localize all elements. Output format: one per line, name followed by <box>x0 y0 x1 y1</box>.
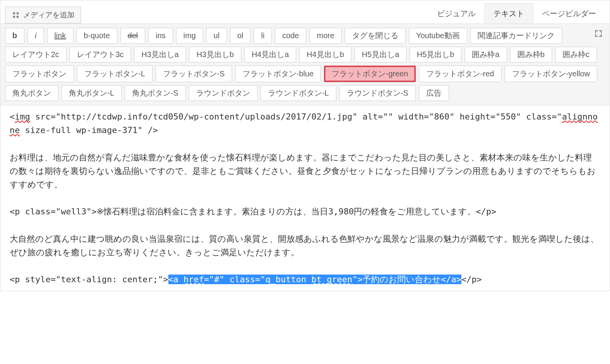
text: < <box>10 112 15 121</box>
qt-code[interactable]: code <box>275 28 306 44</box>
qt-flat-l[interactable]: フラットボタン-L <box>77 66 152 82</box>
quicktags-toolbar: b i link b-quote del ins img ul ol li co… <box>0 24 610 105</box>
media-icon <box>12 11 20 19</box>
qt-h3a[interactable]: H3見出しa <box>134 47 186 62</box>
tab-visual[interactable]: ビジュアル <box>428 3 485 24</box>
qt-i[interactable]: i <box>27 28 44 44</box>
qt-img[interactable]: img <box>176 28 203 44</box>
qt-round-s[interactable]: 角丸ボタン-S <box>125 85 186 101</box>
text: src="http://tcdwp.info/tcd050/wp-content… <box>30 112 562 121</box>
qt-box-a[interactable]: 囲み枠a <box>464 47 507 62</box>
qt-ins[interactable]: ins <box>148 28 173 44</box>
qt-more[interactable]: more <box>309 28 342 44</box>
tab-page-builder[interactable]: ページビルダー <box>533 3 605 24</box>
qt-flat-green[interactable]: フラットボタン-green <box>324 66 416 82</box>
qt-related-card[interactable]: 関連記事カードリンク <box>470 28 562 44</box>
qt-flat[interactable]: フラットボタン <box>5 66 74 82</box>
qt-oval-s[interactable]: ラウンドボタン-S <box>339 85 416 101</box>
qt-link[interactable]: link <box>47 28 73 44</box>
add-media-label: メディアを追加 <box>23 10 75 20</box>
text: ">予約のお問い合わせ</a> <box>352 275 461 284</box>
qt-box-b[interactable]: 囲み枠b <box>510 47 552 62</box>
text: <p style="text-align: center;"> <box>10 275 168 284</box>
editor-textarea[interactable]: <img src="http://tcdwp.info/tcd050/wp-co… <box>0 105 610 291</box>
text: <p class="well3">※懐石料理は宿泊料金に含まれます。素泊まりの方… <box>10 207 496 216</box>
qt-ol[interactable]: ol <box>230 28 251 44</box>
qt-oval[interactable]: ラウンドボタン <box>189 85 258 101</box>
qt-close-tags[interactable]: タグを閉じる <box>345 28 406 44</box>
qt-round[interactable]: 角丸ボタン <box>5 85 58 101</box>
qt-bquote[interactable]: b-quote <box>76 28 117 44</box>
qt-b[interactable]: b <box>5 28 24 44</box>
qt-box-c[interactable]: 囲み枠c <box>555 47 597 62</box>
text: 大自然のど真ん中に建つ眺めの良い当温泉宿には、質の高い泉質と、開放感あふれる色鮮… <box>10 234 599 257</box>
text: bt_green <box>312 275 352 284</box>
qt-flat-yellow[interactable]: フラットボタン-yellow <box>505 66 597 82</box>
qt-round-l[interactable]: 角丸ボタン-L <box>61 85 122 101</box>
qt-flat-s[interactable]: フラットボタン-S <box>156 66 232 82</box>
qt-h5b[interactable]: H5見出しb <box>410 47 462 62</box>
text: <a <box>168 275 184 284</box>
qt-h5a[interactable]: H5見出しa <box>354 47 407 62</box>
editor-tabs: ビジュアル テキスト ページビルダー <box>428 3 605 24</box>
qt-h3b[interactable]: H3見出しb <box>189 47 241 62</box>
fullscreen-icon[interactable] <box>594 29 603 38</box>
tab-text[interactable]: テキスト <box>485 3 533 24</box>
qt-flat-blue[interactable]: フラットボタン-blue <box>235 66 321 82</box>
editor-top-bar: メディアを追加 ビジュアル テキスト ページビルダー <box>0 0 610 24</box>
qt-h4b[interactable]: H4見出しb <box>299 47 351 62</box>
qt-layout2c[interactable]: レイアウト2c <box>5 47 66 62</box>
svg-point-0 <box>14 13 15 14</box>
qt-h4a[interactable]: H4見出しa <box>244 47 297 62</box>
qt-li[interactable]: li <box>254 28 272 44</box>
selection: <a href="#" class="q_button bt_green">予約… <box>168 275 461 284</box>
text: size-full wp-image-371" /> <box>20 125 158 135</box>
text: img <box>15 112 30 121</box>
text: お料理は、地元の自然が育んだ滋味豊かな食材を使った懐石料理が楽しめます。器にまで… <box>10 153 596 189</box>
qt-del[interactable]: del <box>120 28 146 44</box>
text: ="#" class="q_button <box>204 275 311 284</box>
editor-container: メディアを追加 ビジュアル テキスト ページビルダー b i link b-qu… <box>0 0 610 291</box>
qt-ad[interactable]: 広告 <box>419 85 449 101</box>
qt-ul[interactable]: ul <box>206 28 227 44</box>
text: href <box>183 275 204 284</box>
add-media-button[interactable]: メディアを追加 <box>5 7 81 24</box>
qt-oval-l[interactable]: ラウンドボタン-L <box>261 85 336 101</box>
text: </p> <box>461 275 482 284</box>
qt-layout3c[interactable]: レイアウト3c <box>69 47 131 62</box>
qt-youtube[interactable]: Youtube動画 <box>409 28 467 44</box>
qt-flat-red[interactable]: フラットボタン-red <box>419 66 502 82</box>
